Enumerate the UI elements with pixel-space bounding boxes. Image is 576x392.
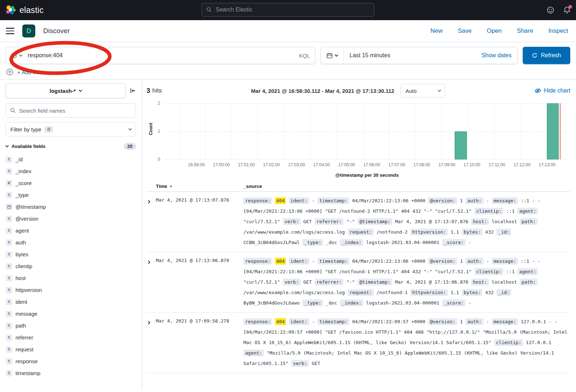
time-range-value[interactable]: Last 15 minutes [350, 52, 390, 59]
field-item-@timestamp[interactable]: @timestamp [6, 201, 136, 213]
chart-vertical-gridline [337, 103, 337, 159]
field-name: @timestamp [15, 204, 46, 210]
field-item-_score[interactable]: #_score [6, 177, 136, 189]
source-field-value: - [312, 319, 315, 324]
field-item-timestamp[interactable]: ttimestamp [6, 367, 136, 379]
histogram-bar[interactable] [547, 103, 559, 159]
field-item-auth[interactable]: tauth [6, 236, 136, 248]
source-field-badge: _id: [496, 289, 511, 296]
expand-row-button[interactable] [147, 256, 156, 308]
add-filter-link[interactable]: + Add filter [17, 69, 43, 75]
source-field-badge: clientip: [474, 268, 503, 275]
saved-queries-button[interactable] [11, 53, 22, 58]
saved-queries-icon [11, 53, 17, 58]
search-icon [10, 108, 16, 113]
field-item-httpversion[interactable]: thttpversion [6, 284, 136, 296]
table-row: Mar 4, 2021 @ 17:09:58.278response: 404 … [147, 313, 570, 373]
field-item-message[interactable]: tmessage [6, 308, 136, 320]
kibana-discover-screen: elastic Search Elastic [0, 0, 576, 392]
field-item-bytes[interactable]: tbytes [6, 248, 136, 260]
action-open[interactable]: Open [487, 27, 502, 35]
interval-select[interactable]: Auto [401, 84, 445, 98]
chart-x-tick-label: 17:06:00 [363, 162, 380, 167]
query-text[interactable]: response:404 [28, 52, 299, 59]
action-share[interactable]: Share [517, 27, 533, 35]
chevron-down-icon [5, 144, 9, 148]
filter-manager-icon[interactable] [6, 68, 14, 76]
chart-x-tick-label: 17:07:00 [388, 162, 405, 167]
field-item-response[interactable]: tresponse [6, 355, 136, 367]
field-item-path[interactable]: tpath [6, 320, 136, 332]
action-save[interactable]: Save [458, 27, 472, 35]
highlighted-value: 404 [275, 258, 285, 265]
quick-select-button[interactable] [321, 47, 344, 64]
query-language-button[interactable]: KQL [299, 53, 310, 59]
field-item-request[interactable]: trequest [6, 343, 136, 355]
chart-x-tick-label: 17:04:00 [313, 162, 330, 167]
source-field-badge: request: [348, 289, 374, 296]
string-field-icon: t [6, 239, 12, 246]
chevron-down-icon [335, 53, 338, 57]
available-fields-header[interactable]: Available fields 20 [6, 143, 136, 150]
source-field-value: Mar 4, 2021 @ 17:13:06.870 [395, 279, 468, 285]
field-item-_id[interactable]: t_id [6, 153, 136, 165]
chart-vertical-gridline [468, 103, 468, 159]
source-field-value: 1 [460, 258, 463, 264]
source-field-badge: auth: [465, 258, 483, 265]
source-field-badge: _type: [302, 299, 323, 306]
discover-app-icon[interactable]: D [22, 24, 35, 37]
source-field-value: 1 [460, 198, 463, 203]
collapse-sidebar-icon[interactable] [130, 87, 136, 94]
source-field-value: ByBN_3cB04dGovJLOawo [243, 300, 300, 306]
action-inspect[interactable]: Inspect [548, 27, 568, 35]
elastic-logo[interactable]: elastic [0, 5, 44, 15]
index-pattern-switcher[interactable]: logstash-* [6, 83, 126, 98]
field-item-@version[interactable]: t@version [6, 213, 136, 225]
alerts-icon[interactable] [563, 6, 571, 14]
chart-vertical-gridline [415, 103, 416, 159]
chart-y-tick-label: 1 [158, 129, 160, 134]
string-field-icon: t [6, 358, 12, 365]
gridline [165, 103, 570, 104]
source-field-value: - [312, 258, 315, 264]
field-name: referrer [15, 334, 33, 341]
string-field-icon: t [6, 299, 12, 305]
deployment-icon[interactable] [546, 6, 554, 14]
action-new[interactable]: New [430, 27, 442, 35]
source-field-value: _doc [326, 300, 337, 306]
source-field-value: GET [303, 279, 312, 285]
source-field-badge: verb: [283, 279, 301, 285]
expand-row-button[interactable] [147, 316, 156, 369]
filter-bar: + Add filter [0, 64, 576, 79]
query-bar: response:404 KQL Last 15 minutes Show da… [0, 42, 576, 64]
field-search-input[interactable]: Search field names [6, 103, 136, 118]
field-item-_index[interactable]: t_index [6, 165, 136, 177]
global-search-box[interactable]: Search Elastic [202, 3, 374, 17]
query-input[interactable]: response:404 KQL [6, 47, 315, 64]
discover-main: 3 hits Mar 4, 2021 @ 16:58:30.112 - Mar … [142, 80, 576, 389]
field-item-referrer[interactable]: treferrer [6, 332, 136, 343]
column-header-time[interactable]: Time ▼ [156, 184, 243, 189]
source-field-badge: verb: [283, 218, 301, 225]
field-item-agent[interactable]: tagent [6, 225, 136, 236]
field-item-_type[interactable]: t_type [6, 189, 136, 201]
source-field-value: /var/www/example.com/logs/access.log [243, 229, 345, 235]
field-item-clientip[interactable]: tclientip [6, 260, 136, 272]
show-dates-link[interactable]: Show dates [481, 52, 512, 59]
refresh-button[interactable]: Refresh [523, 47, 570, 64]
field-name: _index [15, 168, 31, 174]
histogram-bar[interactable] [455, 131, 467, 159]
chart-x-tick-label: 17:13:00 [539, 162, 555, 167]
hide-chart-link[interactable]: Hide chart [535, 87, 570, 94]
source-field-badge: bytes: [462, 289, 482, 296]
source-field-badge: @version: [428, 318, 457, 325]
filter-by-type-dropdown[interactable]: Filter by type 0 [6, 122, 136, 136]
field-item-host[interactable]: thost [6, 272, 136, 284]
chart-y-labels: 012 [152, 103, 162, 159]
expand-row-button[interactable] [147, 195, 156, 248]
sort-desc-icon[interactable]: ▼ [169, 185, 172, 188]
doc-table-header: Time ▼ _source [147, 184, 570, 192]
field-item-ident[interactable]: tident [6, 296, 136, 308]
chart-x-tick-label: 17:09:00 [438, 162, 455, 167]
menu-icon[interactable] [6, 28, 14, 34]
